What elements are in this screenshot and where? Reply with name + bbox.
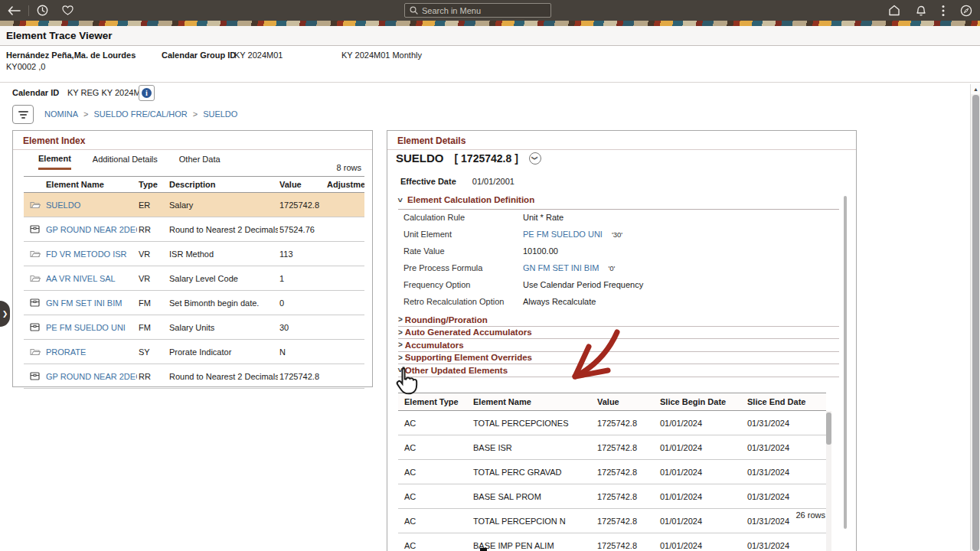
element-value: [ 1725742.8 ] [455, 152, 518, 165]
tab-other-data[interactable]: Other Data [179, 155, 220, 168]
column-header: Description [168, 180, 278, 189]
folder-closed-icon [30, 225, 40, 233]
tab-element[interactable]: Element [38, 154, 71, 170]
side-panel-handle[interactable]: ❯ [0, 301, 10, 327]
favorites-heart-icon[interactable] [62, 5, 74, 15]
element-name-link[interactable]: FD VR METODO ISR [44, 249, 137, 259]
folder-open-icon [30, 347, 41, 356]
field-value-note: '30' [612, 230, 622, 239]
table-cell: 01/31/2024 [747, 443, 826, 452]
element-description: ISR Method [168, 249, 278, 259]
table-row[interactable]: FD VR METODO ISRVRISR Method113 [24, 242, 364, 266]
panel-scrollbar[interactable] [844, 196, 847, 529]
breadcrumb-link[interactable]: SUELDO FRE/CAL/HOR [93, 109, 187, 119]
table-row[interactable]: ACBASE SAL PROM1725742.801/01/202401/31/… [398, 484, 826, 509]
element-name-link[interactable]: PRORATE [44, 347, 137, 357]
folder-closed-icon [30, 323, 40, 331]
home-icon[interactable] [888, 5, 900, 16]
field-label: Unit Element [403, 230, 523, 239]
scroll-up-arrow[interactable]: ▲ [971, 84, 980, 94]
notifications-bell-icon[interactable] [916, 5, 926, 17]
breadcrumb-separator-icon: > [83, 109, 88, 119]
element-index-table: Element NameTypeDescriptionValueAdjustme… [24, 176, 364, 389]
calendar-id-label: Calendar ID [12, 88, 59, 97]
row-icon-cell[interactable] [24, 274, 44, 282]
table-row[interactable]: AA VR NIVEL SALVRSalary Level Code1 [24, 266, 364, 291]
element-name-link[interactable]: PE FM SUELDO UNI [44, 323, 137, 332]
table-row[interactable]: ACBASE IMP PEN ALIM1725742.801/01/202401… [398, 533, 826, 551]
table-row[interactable]: PRORATESYProrate IndicatorN [24, 340, 364, 364]
chevron-expanded-icon: > [396, 368, 404, 373]
section-other-updated-elements[interactable]: >Other Updated Elements [398, 364, 839, 377]
chevron-collapsed-icon: > [398, 328, 403, 337]
table-cell: 01/31/2024 [747, 541, 826, 550]
employee-name: Hernández Peña,Ma. de Lourdes [6, 51, 136, 60]
table-row[interactable]: GP ROUND NEAR 2DECRRRound to Nearest 2 D… [24, 217, 364, 242]
element-type: SY [137, 347, 168, 357]
actions-kebab-icon[interactable] [942, 5, 945, 17]
tab-additional-details[interactable]: Additional Details [93, 155, 158, 168]
table-row[interactable]: ACTOTAL PERC GRAVAD1725742.801/01/202401… [398, 460, 826, 484]
calendar-info-button[interactable]: i [139, 85, 155, 101]
element-name-link[interactable]: GP ROUND NEAR 2DEC [44, 225, 137, 234]
element-name-link[interactable]: GP ROUND NEAR 2DEC [44, 372, 137, 381]
table-cell: TOTAL PERCEPCIONES [473, 419, 597, 428]
folder-closed-icon [30, 298, 40, 307]
column-header: Element Name [44, 180, 137, 189]
field-value: Unit * Rate [523, 213, 564, 222]
row-icon-cell[interactable] [24, 298, 44, 307]
element-name-link[interactable]: SUELDO [44, 201, 137, 210]
table-row[interactable]: PE FM SUELDO UNIFMSalary Units30 [24, 315, 364, 340]
table-row[interactable]: GP ROUND NEAR 2DECRRRound to Nearest 2 D… [24, 364, 364, 389]
table-row[interactable]: GN FM SET INI BIMFMSet Bimonth begin dat… [24, 291, 364, 315]
row-icon-cell[interactable] [24, 201, 44, 209]
element-name-link[interactable]: AA VR NIVEL SAL [44, 274, 137, 283]
field-value-link[interactable]: PE FM SUELDO UNI [523, 230, 603, 239]
section-supporting-element-overrides[interactable]: >Supporting Element Overrides [398, 352, 839, 365]
table-row[interactable]: ACBASE ISR1725742.801/01/202401/31/2024 [398, 435, 826, 460]
page-scrollbar-thumb[interactable] [972, 95, 979, 551]
field-value: Always Recalculate [523, 297, 596, 306]
element-value: 1725742.8 [278, 201, 325, 210]
table-row[interactable]: ACTOTAL PERCEPCION N1725742.801/01/20240… [398, 509, 826, 533]
row-icon-cell[interactable] [24, 372, 44, 380]
breadcrumb-link[interactable]: NOMINA [44, 109, 78, 119]
table-cell: 01/01/2024 [660, 492, 747, 501]
search-input[interactable] [422, 6, 537, 15]
breadcrumb-link[interactable]: SUELDO [203, 109, 237, 119]
section-rounding-proration[interactable]: >Rounding/Proration [398, 314, 839, 327]
field-label: Rate Value [403, 246, 523, 256]
section-element-calculation-definition[interactable]: > Element Calculation Definition [398, 195, 839, 210]
table-cell: 01/01/2024 [660, 419, 747, 428]
element-description: Salary Level Code [168, 274, 278, 283]
navbar-compass-icon[interactable] [960, 5, 972, 17]
row-icon-cell[interactable] [24, 249, 44, 258]
column-header: Element Type [404, 397, 473, 406]
recent-clock-icon[interactable] [37, 5, 48, 16]
field-value-link[interactable]: GN FM SET INI BIM [523, 263, 599, 272]
back-icon[interactable] [8, 6, 21, 15]
field-value-note: '0' [608, 264, 615, 272]
field-label: Pre Process Formula [403, 263, 523, 272]
row-icon-cell[interactable] [24, 323, 44, 331]
search-box[interactable] [404, 3, 551, 18]
page-scrollbar[interactable]: ▲ [970, 84, 980, 551]
row-icon-cell[interactable] [24, 225, 44, 233]
detail-field-row: Rate Value10100.00 [403, 243, 839, 259]
filter-button[interactable] [12, 105, 34, 124]
table-row[interactable]: SUELDOERSalary1725742.8 [24, 193, 364, 217]
detail-field-row: Unit ElementPE FM SUELDO UNI'30' [403, 226, 839, 243]
table-scrollbar-thumb[interactable] [826, 412, 831, 445]
row-icon-cell[interactable] [24, 347, 44, 356]
table-row[interactable]: ACTOTAL PERCEPCIONES1725742.801/01/20240… [398, 411, 826, 435]
table-cell: BASE ISR [473, 443, 597, 452]
employee-info-bar: Hernández Peña,Ma. de Lourdes KY0002 ,0 … [0, 47, 980, 83]
calendar-id-value: KY REG KY 2024M01 [67, 88, 150, 97]
table-scrollbar[interactable] [826, 411, 831, 551]
section-auto-generated-accumulators[interactable]: >Auto Generated Accumulators [398, 327, 839, 340]
calculation-fields: Calculation RuleUnit * RateUnit ElementP… [403, 209, 839, 310]
related-actions-button[interactable]: ❯ [529, 152, 541, 165]
element-type: RR [137, 225, 168, 234]
section-accumulators[interactable]: >Accumulators [398, 339, 839, 352]
element-name-link[interactable]: GN FM SET INI BIM [44, 298, 137, 308]
